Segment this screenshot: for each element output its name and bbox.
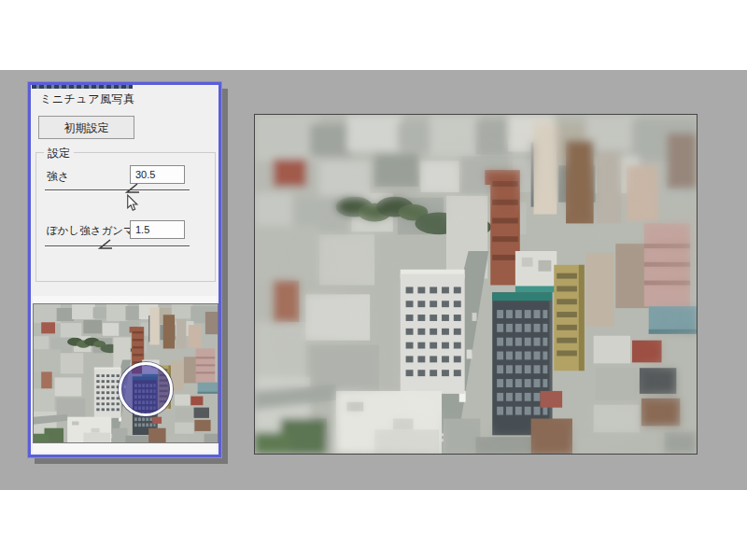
dialog-title: ミニチュア風写真 xyxy=(40,91,134,107)
reset-defaults-button[interactable]: 初期設定 xyxy=(38,116,134,139)
screen: ミニチュア風写真 初期設定 設定 強さ ぼかし強さガンマ xyxy=(0,0,747,560)
main-photo xyxy=(254,114,698,455)
settings-group: 設定 強さ ぼかし強さガンマ xyxy=(35,152,216,282)
blur-gamma-label: ぼかし強さガンマ xyxy=(47,224,134,238)
strength-slider[interactable] xyxy=(45,189,190,191)
preview-thumbnail[interactable] xyxy=(33,303,218,443)
miniature-photo-dialog: ミニチュア風写真 初期設定 設定 強さ ぼかし強さガンマ xyxy=(28,82,221,457)
clipped-window-edge xyxy=(32,85,133,89)
mouse-cursor-icon xyxy=(126,194,139,212)
blur-gamma-slider-thumb[interactable] xyxy=(96,237,113,248)
tilt-shift-city-image xyxy=(255,115,697,454)
blur-gamma-input[interactable] xyxy=(130,220,185,239)
strength-slider-thumb[interactable] xyxy=(123,181,140,192)
settings-group-label: 設定 xyxy=(44,146,74,161)
focus-point-circle[interactable] xyxy=(119,362,173,416)
blur-gamma-slider[interactable] xyxy=(45,245,190,247)
strength-label: 強さ xyxy=(47,169,69,185)
